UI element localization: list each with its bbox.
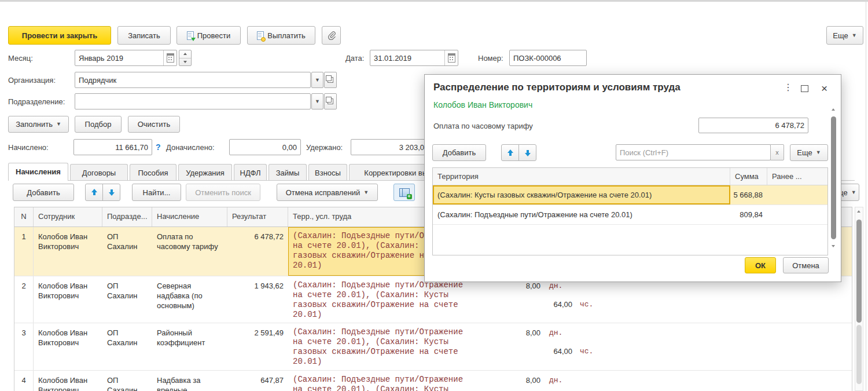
pay-button[interactable]: Выплатить xyxy=(247,26,315,45)
dialog-ok-button[interactable]: ОК xyxy=(745,257,776,273)
window-top-edge xyxy=(0,0,868,2)
scroll-down-icon[interactable] xyxy=(832,245,835,247)
form-more-label: Еще xyxy=(833,31,848,40)
department-field[interactable] xyxy=(75,93,311,109)
grid-move-up-button[interactable] xyxy=(85,184,103,201)
hours-unit: чс. xyxy=(580,300,593,310)
table-row[interactable]: 4 Колобов Иван Викторович ОП Сахалин Над… xyxy=(14,371,852,391)
dialog-move-down-button[interactable] xyxy=(518,144,536,161)
department-label: Подразделение: xyxy=(8,97,65,106)
table-row[interactable]: 2 Колобов Иван Викторович ОП Сахалин Сев… xyxy=(14,276,852,323)
col-header-n[interactable]: N xyxy=(14,207,34,226)
open-form-icon xyxy=(328,98,333,104)
main-scrollbar-thumb[interactable] xyxy=(856,220,862,323)
table-row[interactable]: 3 Колобов Иван Викторович ОП Сахалин Рай… xyxy=(14,323,852,371)
col-header-department[interactable]: Подразде... xyxy=(102,207,152,226)
tab-ndfl[interactable]: НДФЛ xyxy=(234,164,267,180)
form-more-button[interactable]: Еще ▼ xyxy=(826,26,863,45)
department-dropdown-button[interactable]: ▼ xyxy=(311,93,323,109)
dialog-menu-icon[interactable]: ⋮ xyxy=(784,83,793,92)
dialog-close-icon[interactable]: × xyxy=(821,83,827,94)
cell-filler xyxy=(648,371,852,391)
dialog-more-button[interactable]: Еще ▼ xyxy=(790,144,828,161)
grid-undo-corrections-button[interactable]: Отмена исправлений ▼ xyxy=(277,184,378,201)
dialog-accrual-input[interactable] xyxy=(699,118,808,133)
tab-contracts[interactable]: Договоры xyxy=(70,164,128,180)
days-value: 8,00 xyxy=(497,376,540,386)
open-form-icon xyxy=(328,77,333,83)
dialog-scrollbar-thumb[interactable] xyxy=(831,116,836,239)
date-input[interactable] xyxy=(370,50,444,65)
dialog-clear-search-button[interactable]: x xyxy=(770,144,784,160)
cell-department: ОП Сахалин xyxy=(102,323,152,370)
col-header-accrual[interactable]: Начисление xyxy=(152,207,227,226)
added-input[interactable] xyxy=(230,140,300,155)
grid-add-button[interactable]: Добавить xyxy=(13,184,74,201)
dialog-cancel-button[interactable]: Отмена xyxy=(783,257,829,273)
organization-dropdown-button[interactable]: ▼ xyxy=(311,72,323,88)
attachments-button[interactable] xyxy=(322,26,341,45)
col-header-employee[interactable]: Сотрудник xyxy=(34,207,102,226)
accrued-input[interactable] xyxy=(74,140,152,155)
step-down-icon xyxy=(183,61,187,63)
month-step-down[interactable] xyxy=(179,59,191,66)
dialog-maximize-icon[interactable] xyxy=(801,85,808,92)
tab-loans[interactable]: Займы xyxy=(269,164,307,180)
withheld-field[interactable] xyxy=(351,139,428,155)
month-calendar-button[interactable] xyxy=(163,50,176,65)
month-field[interactable] xyxy=(75,50,177,66)
number-field[interactable] xyxy=(509,50,587,66)
cell-department: ОП Сахалин xyxy=(102,276,152,323)
dialog-add-button[interactable]: Добавить xyxy=(432,144,486,161)
department-open-button[interactable] xyxy=(324,93,337,109)
post-button[interactable]: Провести xyxy=(176,26,241,45)
month-input[interactable] xyxy=(75,50,163,65)
dialog-search-input[interactable] xyxy=(616,145,770,160)
accrued-field[interactable] xyxy=(73,139,152,155)
date-field[interactable] xyxy=(370,50,458,66)
col-header-territory[interactable]: Территория xyxy=(433,168,730,185)
added-field[interactable] xyxy=(229,139,301,155)
dialog-accrual-field[interactable] xyxy=(698,118,808,133)
fill-button[interactable]: Заполнить ▼ xyxy=(8,116,69,133)
date-calendar-button[interactable] xyxy=(444,50,458,65)
tab-deductions[interactable]: Удержания xyxy=(178,164,232,180)
main-scrollbar[interactable] xyxy=(855,207,863,391)
scroll-up-icon[interactable] xyxy=(857,210,860,213)
save-button[interactable]: Записать xyxy=(117,26,171,45)
number-input[interactable] xyxy=(510,50,586,65)
dialog-table-row-selected[interactable]: (Сахалин: Кусты газовых скважин/Отражени… xyxy=(433,185,827,205)
accrued-help-icon[interactable]: ? xyxy=(156,142,161,152)
month-step-up[interactable] xyxy=(179,50,191,59)
dialog-scrollbar[interactable] xyxy=(830,107,837,251)
tab-benefits[interactable]: Пособия xyxy=(130,164,176,180)
grid-add-territory-button[interactable]: + xyxy=(393,184,415,201)
pick-button[interactable]: Подбор xyxy=(75,116,122,133)
dialog-employee-link[interactable]: Колобов Иван Викторович xyxy=(433,100,532,109)
days-value: 8,00 xyxy=(497,282,540,291)
department-input[interactable] xyxy=(75,94,310,109)
tab-contributions[interactable]: Взносы xyxy=(308,164,347,180)
col-header-result[interactable]: Результат xyxy=(227,207,288,226)
clear-button[interactable]: Очистить xyxy=(128,116,180,133)
added-label: Доначислено: xyxy=(166,143,215,152)
tab-accruals[interactable]: Начисления xyxy=(8,163,68,181)
dialog-move-up-button[interactable] xyxy=(501,144,519,161)
main-scrollbar-track-lower[interactable] xyxy=(856,325,862,384)
post-and-close-button[interactable]: Провести и закрыть xyxy=(8,26,111,45)
scroll-up-icon[interactable] xyxy=(832,108,835,111)
organization-input[interactable] xyxy=(75,72,310,87)
grid-find-button[interactable]: Найти... xyxy=(132,184,181,201)
grid-move-down-button[interactable] xyxy=(102,184,120,201)
grid-cancel-search-button[interactable]: Отменить поиск xyxy=(186,184,260,201)
withheld-input[interactable] xyxy=(351,140,428,155)
col-header-earlier[interactable]: Ранее ... xyxy=(767,168,827,185)
cell-result: 6 478,72 xyxy=(227,227,288,276)
dialog-table-row[interactable]: (Сахалин: Подъездные пути/Отражение на с… xyxy=(433,205,827,225)
month-stepper[interactable] xyxy=(179,50,192,66)
col-header-sum[interactable]: Сумма xyxy=(730,168,767,185)
organization-open-button[interactable] xyxy=(324,72,337,88)
cell-territory: (Сахалин: Подъездные пути/Отражение на с… xyxy=(433,205,730,224)
organization-field[interactable] xyxy=(75,72,311,88)
dialog-search-field[interactable] xyxy=(616,144,771,160)
